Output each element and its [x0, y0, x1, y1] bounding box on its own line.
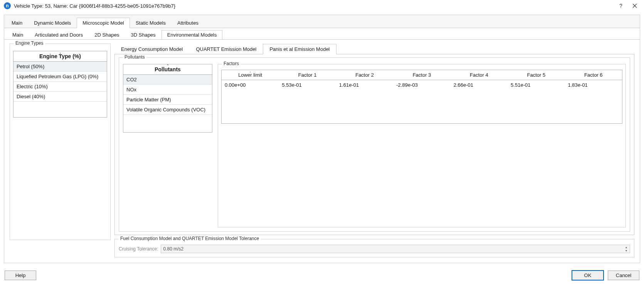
cancel-button[interactable]: Cancel — [608, 271, 639, 280]
sort-indicator-icon: ⌃ — [166, 64, 169, 67]
factors-cell[interactable]: 5.51e-01 — [508, 80, 565, 90]
factors-data-row[interactable]: 0.00e+00 5.53e-01 1.61e-01 -2.89e-03 2.6… — [222, 80, 622, 90]
help-button[interactable]: Help — [5, 271, 36, 280]
factors-cell[interactable]: 2.66e-01 — [451, 80, 508, 90]
factors-cell[interactable]: 1.61e-01 — [336, 80, 393, 90]
subtab-3d-shapes[interactable]: 3D Shapes — [125, 30, 161, 40]
title-bar: n Vehicle Type: 53, Name: Car {9006f14f-… — [0, 0, 644, 12]
panis-panel: Pollutants ⌃ Pollutants CO2 NOx Particle… — [114, 54, 634, 235]
factors-header-row: ⌄ Lower limit Factor 1 Factor 2 Factor 3… — [222, 70, 622, 80]
pollutant-item[interactable]: Volatile Organic Compounds (VOC) — [123, 105, 212, 115]
tab-microscopic-model[interactable]: Microscopic Model — [77, 18, 130, 28]
cruising-tolerance-label: Cruising Tolerance: — [119, 246, 158, 252]
tab-energy-consumption[interactable]: Energy Consumption Model — [114, 44, 189, 54]
factors-cell[interactable]: -2.89e-03 — [393, 80, 450, 90]
engine-types-list[interactable]: Petrol (50%) Liquefied Petroleum Gas (LP… — [13, 62, 107, 118]
factors-cell[interactable]: 5.53e-01 — [279, 80, 336, 90]
subtab-articulated-doors[interactable]: Articulated and Doors — [29, 30, 89, 40]
tab-main[interactable]: Main — [6, 18, 28, 28]
subtab-2d-shapes[interactable]: 2D Shapes — [89, 30, 125, 40]
pollutants-group: Pollutants ⌃ Pollutants CO2 NOx Particle… — [119, 57, 630, 232]
factors-col-f5[interactable]: Factor 5 — [508, 70, 565, 80]
right-pane: Energy Consumption Model QUARTET Emissio… — [114, 44, 634, 257]
ok-button[interactable]: OK — [572, 270, 604, 281]
pollutants-header[interactable]: ⌃ Pollutants — [123, 64, 212, 75]
pollutants-column: ⌃ Pollutants CO2 NOx Particle Matter (PM… — [123, 64, 212, 227]
pollutant-item[interactable]: NOx — [123, 85, 212, 95]
engine-types-label: Engine Types — [14, 40, 45, 46]
factors-col-f1[interactable]: Factor 1 — [279, 70, 336, 80]
sort-indicator-icon: ⌄ — [59, 51, 62, 54]
help-icon[interactable]: ? — [614, 1, 628, 10]
engine-type-item[interactable]: Diesel (40%) — [13, 92, 107, 102]
pollutant-item[interactable]: CO2 — [123, 75, 212, 85]
spinner-control[interactable]: ▲ ▼ — [624, 245, 629, 252]
cruising-tolerance-field[interactable]: 0.80 m/s2 ▲ ▼ — [161, 245, 631, 253]
tolerance-group: Fuel Consumption Model and QUARTET Emiss… — [114, 239, 634, 257]
factors-col-f2[interactable]: Factor 2 — [336, 70, 393, 80]
pollutants-group-label: Pollutants — [123, 54, 146, 60]
subtab-main[interactable]: Main — [7, 30, 29, 40]
engine-types-group: Engine Types ⌄ Engine Type (%) Petrol (5… — [10, 44, 111, 240]
factors-group: Factors ⌄ Lower limit Factor 1 Factor 2 — [218, 64, 626, 227]
factors-table[interactable]: ⌄ Lower limit Factor 1 Factor 2 Factor 3… — [221, 70, 622, 124]
engine-type-item[interactable]: Petrol (50%) — [13, 62, 107, 72]
engine-types-header[interactable]: ⌄ Engine Type (%) — [13, 51, 107, 62]
spinner-down-icon[interactable]: ▼ — [624, 249, 629, 252]
pollutants-list[interactable]: CO2 NOx Particle Matter (PM) Volatile Or… — [123, 75, 212, 133]
sub-tabbar: Main Articulated and Doors 2D Shapes 3D … — [4, 28, 640, 39]
factors-col-f6[interactable]: Factor 6 — [565, 70, 622, 80]
engine-type-item[interactable]: Electric (10%) — [13, 82, 107, 92]
factors-cell[interactable]: 0.00e+00 — [222, 80, 279, 90]
spinner-up-icon[interactable]: ▲ — [624, 245, 629, 249]
dialog-body: Main Dynamic Models Microscopic Model St… — [4, 15, 640, 263]
window-title: Vehicle Type: 53, Name: Car {9006f14f-88… — [14, 3, 614, 9]
pollutant-item[interactable]: Particle Matter (PM) — [123, 95, 212, 105]
close-icon[interactable] — [628, 1, 642, 10]
factors-col-f3[interactable]: Factor 3 — [393, 70, 450, 80]
environmental-models-panel: Engine Types ⌄ Engine Type (%) Petrol (5… — [4, 39, 640, 263]
tolerance-group-label: Fuel Consumption Model and QUARTET Emiss… — [119, 236, 261, 241]
sort-indicator-icon: ⌄ — [249, 70, 252, 73]
factors-group-label: Factors — [222, 61, 240, 66]
tab-panis-emission[interactable]: Panis et al Emission Model — [263, 44, 336, 54]
factors-col-lower-limit[interactable]: ⌄ Lower limit — [222, 70, 279, 80]
factors-cell[interactable]: 1.83e-01 — [565, 80, 622, 90]
cruising-tolerance-value: 0.80 m/s2 — [163, 246, 184, 252]
engine-type-item[interactable]: Liquefied Petroleum Gas (LPG) (0%) — [13, 72, 107, 82]
model-tabbar: Energy Consumption Model QUARTET Emissio… — [114, 44, 634, 54]
top-tabpanel: Main Articulated and Doors 2D Shapes 3D … — [4, 28, 640, 263]
dialog-button-bar: Help OK Cancel — [0, 267, 644, 284]
tab-dynamic-models[interactable]: Dynamic Models — [28, 18, 77, 28]
top-tabbar: Main Dynamic Models Microscopic Model St… — [4, 15, 640, 28]
tab-static-models[interactable]: Static Models — [130, 18, 172, 28]
app-icon: n — [4, 2, 11, 9]
subtab-environmental-models[interactable]: Environmental Models — [161, 30, 223, 40]
tab-quartet-emission[interactable]: QUARTET Emission Model — [189, 44, 263, 54]
factors-col-f4[interactable]: Factor 4 — [451, 70, 508, 80]
tab-attributes[interactable]: Attributes — [172, 18, 204, 28]
